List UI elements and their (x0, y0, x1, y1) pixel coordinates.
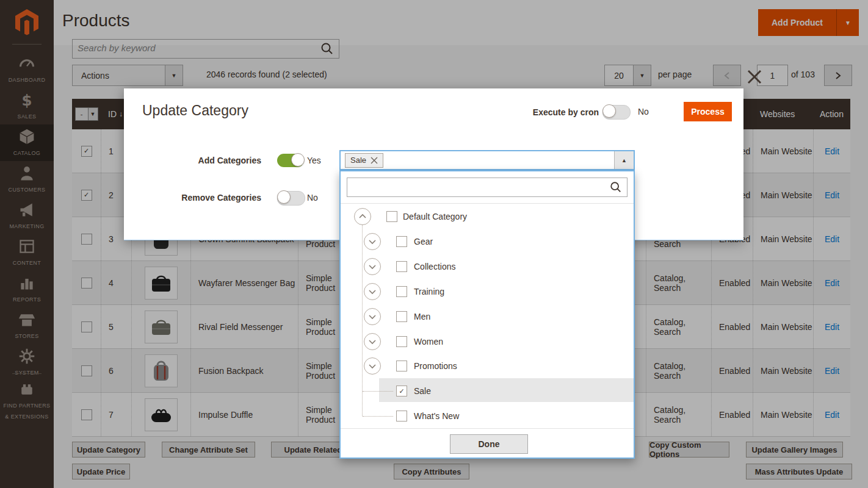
chevron-down-icon[interactable] (364, 258, 381, 275)
category-label[interactable]: Training (414, 287, 444, 296)
check-icon: ✓ (399, 387, 404, 395)
selected-category-tag[interactable]: Sale (345, 153, 383, 168)
process-button[interactable]: Process (684, 102, 732, 121)
toggle-knob (277, 190, 291, 204)
divider (341, 203, 634, 204)
tree-guide-line (363, 391, 393, 392)
category-label[interactable]: Collections (414, 262, 455, 271)
chevron-up-icon[interactable] (354, 208, 371, 225)
execute-by-cron-toggle[interactable] (602, 105, 631, 120)
category-label[interactable]: Gear (414, 237, 433, 246)
tree-item-men: Men (364, 308, 430, 325)
category-checkbox[interactable] (396, 361, 407, 371)
remove-tag-icon[interactable] (371, 157, 378, 164)
category-label[interactable]: Default Category (403, 212, 467, 221)
tree-item-training: Training (364, 283, 444, 300)
categories-multiselect[interactable]: Sale ▲ (339, 150, 635, 170)
remove-categories-label: Remove Categories (161, 193, 261, 203)
tree-guide-line (362, 225, 363, 416)
divider (341, 428, 634, 429)
remove-categories-state: No (307, 193, 318, 203)
category-checkbox[interactable] (396, 311, 407, 322)
tag-label: Sale (350, 156, 366, 165)
search-icon[interactable] (610, 181, 622, 193)
tree-search (347, 178, 627, 197)
category-checkbox[interactable]: ✓ (396, 386, 407, 396)
done-button[interactable]: Done (450, 434, 528, 454)
execute-by-cron-state: No (638, 107, 649, 117)
toggle-knob (602, 104, 616, 118)
remove-categories-toggle[interactable] (277, 191, 305, 206)
modal-close-icon[interactable] (745, 67, 764, 87)
tree-item-gear: Gear (364, 233, 433, 250)
tree-item-default-category: Default Category (354, 208, 467, 225)
chevron-down-icon[interactable] (364, 233, 381, 250)
category-checkbox[interactable] (396, 336, 407, 347)
tree-search-input[interactable] (347, 178, 613, 195)
add-categories-toggle[interactable] (277, 154, 304, 167)
category-tree-dropdown: Default Category Gear Collections Traini… (339, 170, 635, 459)
category-checkbox[interactable] (396, 261, 407, 272)
category-checkbox[interactable] (396, 236, 407, 247)
category-checkbox[interactable] (386, 211, 397, 222)
chevron-down-icon[interactable] (364, 308, 381, 325)
tree-guide-line (363, 416, 393, 417)
category-label[interactable]: What's New (414, 411, 459, 421)
execute-by-cron-label: Execute by cron (529, 107, 599, 117)
category-label[interactable]: Promotions (414, 361, 457, 371)
add-categories-state: Yes (307, 156, 321, 165)
tree-item-collections: Collections (364, 258, 455, 275)
add-categories-label: Add Categories (173, 156, 261, 165)
tree-item-promotions: Promotions (364, 357, 457, 375)
tree-item-sale: ✓ Sale (396, 386, 431, 396)
category-label[interactable]: Women (414, 337, 443, 346)
caret-up-icon: ▲ (621, 157, 627, 163)
toggle-knob (291, 153, 305, 167)
chevron-down-icon[interactable] (364, 357, 381, 375)
category-checkbox[interactable] (396, 411, 407, 422)
category-label[interactable]: Men (414, 312, 430, 321)
tree-item-whats-new: What's New (396, 411, 459, 422)
tree-item-women: Women (364, 333, 443, 350)
chevron-down-icon[interactable] (364, 333, 381, 350)
modal-title: Update Category (142, 102, 248, 119)
collapse-dropdown-button[interactable]: ▲ (614, 151, 634, 169)
chevron-down-icon[interactable] (364, 283, 381, 300)
category-label[interactable]: Sale (414, 386, 431, 396)
category-checkbox[interactable] (396, 286, 407, 297)
